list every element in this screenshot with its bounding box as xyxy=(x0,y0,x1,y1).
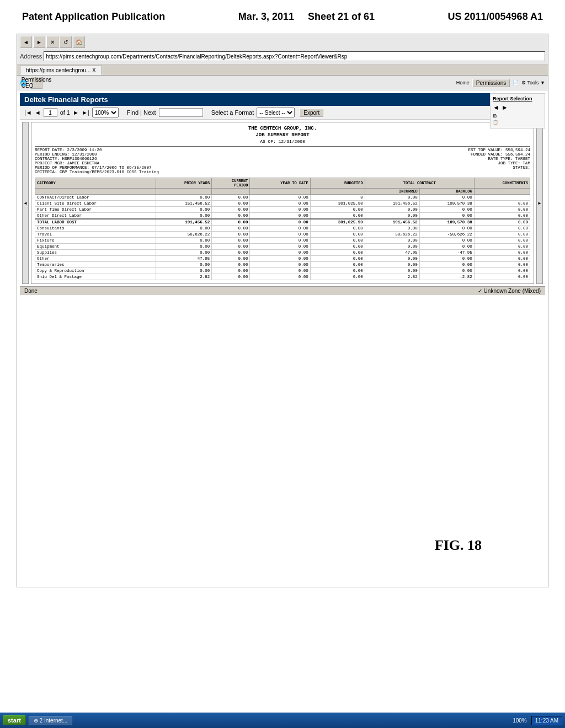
browser-toolbar: ◄ ► ✕ ↺ 🏠 Address xyxy=(17,34,548,65)
nav-first-icon[interactable]: |◄ xyxy=(24,109,32,116)
project-mgr-label: PROJECT MGR: xyxy=(35,161,65,165)
criteria-val: CBP Training/BEMS/2023-010 COSS Training xyxy=(60,170,159,174)
fig-label: FIG. 18 xyxy=(435,537,482,554)
start-button[interactable]: start xyxy=(3,715,26,725)
report-content: THE CENTECH GROUP, INC. JOB SUMMARY REPO… xyxy=(31,122,534,283)
permissions-ceo-link[interactable]: Permissions CEO xyxy=(30,77,42,89)
period-ending-label: PERIOD ENDING: xyxy=(35,152,70,157)
funded-label: FUNDED VALUE: xyxy=(471,152,503,157)
table-row: Travel58,626.220.000.000.0058,626.22-58,… xyxy=(35,232,530,238)
back-btn[interactable]: ◄ xyxy=(20,36,32,48)
zone-label: ✓ Unknown Zone (Mixed) xyxy=(478,288,541,294)
rate-type-label: RATE TYPE: xyxy=(488,157,513,161)
patent-publication-title: Patent Application Publication xyxy=(22,11,165,23)
est-top-val: 556,594.24 xyxy=(505,148,530,152)
table-row: Client Site Direct Labor151,456.520.000.… xyxy=(35,201,530,207)
clock: 11:23 AM xyxy=(535,718,558,724)
table-row: Consultants0.000.000.000.000.000.000.00 xyxy=(35,226,530,232)
home-btn[interactable]: 🏠 xyxy=(73,36,85,48)
table-row: Equipment0.000.000.000.000.000.000.00 xyxy=(35,244,530,250)
taskbar-right: 100% 11:23 AM xyxy=(513,716,562,725)
job-type-label: JOB TYPE: xyxy=(498,161,520,165)
page-header: Patent Application Publication Mar. 3, 2… xyxy=(0,0,565,28)
rs-nav-left[interactable]: ◄ xyxy=(493,104,499,111)
table-row: Supplies0.000.000.000.0047.95-47.950.00 xyxy=(35,250,530,256)
address-bar-row: Address xyxy=(20,50,545,62)
table-row: Ship Del & Postage2.820.000.000.002.82-2… xyxy=(35,274,530,280)
find-input[interactable] xyxy=(159,108,203,117)
zoom-select[interactable]: 100% 75% 50% xyxy=(92,108,119,117)
page-input[interactable] xyxy=(44,108,57,117)
rs-nav-right[interactable]: ► xyxy=(502,104,508,111)
contract-label: CONTRACT#: xyxy=(35,157,60,161)
patent-date: Mar. 3, 2011 xyxy=(238,11,294,22)
format-select[interactable]: -- Select -- PDF Excel xyxy=(257,108,295,117)
est-top-label: EST TOP VALUE: xyxy=(468,148,503,152)
permissions-btn[interactable]: Permissions xyxy=(472,79,510,87)
refresh-btn[interactable]: ↺ xyxy=(60,36,72,48)
table-row: TOTAL LABOR COST191,456.520.000.00301,02… xyxy=(35,219,530,226)
col-budgeted-sub xyxy=(310,189,365,195)
col-total-contract: TOTAL CONTRACT xyxy=(365,178,474,189)
period-val: 07/17/2006 TO 09/35/2007 xyxy=(92,165,152,170)
col-comm-sub xyxy=(474,189,530,195)
taskbar-browser-item[interactable]: ⊕ 2 Internet... xyxy=(29,716,72,725)
tools-menu[interactable]: ⚙ Tools ▼ xyxy=(521,80,545,85)
report-meta-left: REPORT DATE: 2/3/2009 11:20 PERIOD ENDIN… xyxy=(35,148,159,174)
patent-sheet: Sheet 21 of 61 xyxy=(308,11,375,22)
patent-sheet-info: Mar. 3, 2011 Sheet 21 of 61 xyxy=(238,11,375,23)
report-meta-right: EST TOP VALUE: 556,594.24 FUNDED VALUE: … xyxy=(468,148,530,174)
format-label: Select a Format xyxy=(211,109,254,116)
tab-bar: https://pims.centechgrou... X xyxy=(17,65,548,76)
right-scroll[interactable]: ► xyxy=(536,122,543,284)
system-tray: 11:23 AM xyxy=(531,716,562,725)
table-row: Temporaries0.000.000.000.000.000.000.00 xyxy=(35,262,530,268)
table-row: Other47.950.000.000.000.000.000.00 xyxy=(35,256,530,262)
criteria-label: CRITERIA: xyxy=(35,170,57,174)
export-btn[interactable]: Export xyxy=(300,109,323,117)
patent-number: US 2011/0054968 A1 xyxy=(448,11,543,23)
job-type-val: T&M xyxy=(523,161,530,165)
report-name: JOB SUMMARY REPORT xyxy=(35,132,530,138)
status-label: STATUS: xyxy=(513,165,530,170)
nav-prev-icon[interactable]: ◄ xyxy=(35,109,41,116)
stop-btn[interactable]: ✕ xyxy=(46,36,58,48)
systray-zoom: 100% xyxy=(513,718,527,724)
col-backlog: BACKLOG xyxy=(419,189,474,195)
deltek-nav: |◄ ◄ of 1 ► ►| 100% 75% 50% Find | Next … xyxy=(20,106,545,120)
done-label: Done xyxy=(24,288,38,294)
active-tab[interactable]: https://pims.centechgrou... X xyxy=(20,66,102,75)
home-link[interactable]: Home xyxy=(456,80,470,85)
left-scroll[interactable]: ◄ xyxy=(22,122,29,284)
col-commitments: COMMITMENTS xyxy=(474,178,530,189)
table-row: Part Time Direct Labor0.000.000.000.000.… xyxy=(35,207,530,213)
address-input[interactable] xyxy=(44,51,545,61)
page-of-label: of 1 xyxy=(60,109,70,116)
nav-last-icon[interactable]: ►| xyxy=(82,109,89,116)
ie-bar: 🌐 Permissions CEO Home Permissions 📄 ⚙ T… xyxy=(17,76,548,90)
table-row: Copy & Reproduction0.000.000.000.000.000… xyxy=(35,268,530,274)
nav-buttons: ◄ ► ✕ ↺ 🏠 xyxy=(20,36,85,48)
content-area: Deltek Financial Reports |◄ ◄ of 1 ► ►| … xyxy=(17,90,548,587)
report-container: THE CENTECH GROUP, INC. JOB SUMMARY REPO… xyxy=(31,122,534,284)
col-current-period: CURRENTPERIOD xyxy=(212,178,250,189)
col-ytd-sub xyxy=(250,189,310,195)
col-incurred: INCURRED xyxy=(365,189,419,195)
fig-text: FIG. 18 xyxy=(435,537,482,553)
project-mgr-val: JAMIE ESHETNA xyxy=(67,161,100,165)
rs-title: Report Selection xyxy=(493,96,542,101)
taskbar: start ⊕ 2 Internet... 100% 11:23 AM xyxy=(0,713,565,728)
forward-btn[interactable]: ► xyxy=(33,36,45,48)
col-budgeted: BUDGETED xyxy=(310,178,365,189)
browser-window: ◄ ► ✕ ↺ 🏠 Address https://pims.centechgr… xyxy=(17,34,548,587)
period-ending-val: 12/31/2008 xyxy=(72,152,97,157)
address-label: Address xyxy=(20,53,42,60)
report-date-label: REPORT DATE: xyxy=(35,148,65,152)
rs-icon2: 📋 xyxy=(493,120,542,125)
col-category: CATEGORY xyxy=(35,178,156,189)
col-current-period-sub xyxy=(212,189,250,195)
report-as-of: AS OF: 12/31/2008 xyxy=(35,139,530,144)
nav-next-icon[interactable]: ► xyxy=(73,109,79,116)
rs-icon1: 🖹 xyxy=(493,114,542,119)
rate-type-val: TARGET xyxy=(515,157,530,161)
